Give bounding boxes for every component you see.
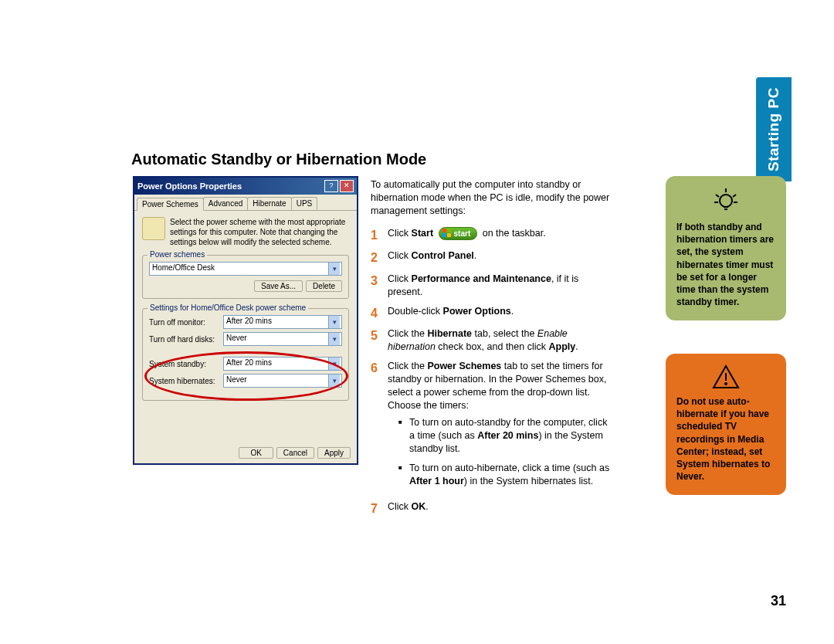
step-7: 7 Click OK. [371, 500, 614, 517]
step-number: 2 [371, 249, 381, 266]
svg-line-6 [716, 195, 719, 197]
lightbulb-icon [712, 187, 740, 215]
tab-power-schemes[interactable]: Power Schemes [137, 198, 204, 211]
svg-rect-3 [447, 233, 451, 237]
svg-point-4 [720, 195, 732, 207]
steps-column: To automatically put the computer into s… [371, 178, 614, 523]
page-heading: Automatic Standby or Hibernation Mode [131, 151, 426, 168]
monitor-combo[interactable]: After 20 mins [223, 315, 342, 329]
standby-label: System standby: [149, 360, 220, 368]
step-2: 2 Click Control Panel. [371, 249, 614, 266]
close-button[interactable]: ✕ [340, 180, 354, 192]
dialog-title: Power Options Properties [137, 181, 242, 191]
step-body: Click Performance and Maintenance, if it… [388, 273, 614, 299]
start-button-icon: start [439, 227, 478, 241]
sub-bullet-list: To turn on auto-standby for the computer… [398, 416, 614, 487]
step-body: Click the Power Schemes tab to set the t… [388, 360, 614, 494]
pane-description-row: Select the power scheme with the most ap… [142, 217, 349, 247]
svg-rect-1 [447, 229, 451, 232]
save-as-button[interactable]: Save As... [254, 280, 303, 292]
hibernate-combo[interactable]: Never [223, 374, 342, 388]
hibernate-row: System hibernates: Never [149, 374, 342, 388]
disks-row: Turn off hard disks: Never [149, 332, 342, 346]
dialog-titlebar: Power Options Properties ? ✕ [134, 178, 357, 195]
dialog-footer-buttons: OK Cancel Apply [239, 447, 351, 459]
settings-group-label: Settings for Home/Office Desk power sche… [147, 303, 308, 312]
step-number: 3 [371, 273, 381, 299]
step-6: 6 Click the Power Schemes tab to set the… [371, 360, 614, 494]
disks-label: Turn off hard disks: [149, 335, 220, 344]
step-5: 5 Click the Hibernate tab, select the En… [371, 327, 614, 354]
svg-point-14 [725, 383, 727, 385]
delete-button[interactable]: Delete [306, 280, 342, 292]
step-body: Click Control Panel. [388, 249, 614, 266]
tip-text: If both standby and hibernation timers a… [676, 221, 775, 308]
power-scheme-icon [142, 217, 165, 240]
disks-combo[interactable]: Never [223, 332, 342, 346]
document-page: Automatic Standby or Hibernation Mode St… [0, 0, 834, 644]
hibernate-label: System hibernates: [149, 377, 220, 385]
power-schemes-group-label: Power schemes [147, 250, 207, 259]
page-number: 31 [771, 593, 786, 609]
svg-rect-2 [442, 233, 446, 237]
step-body: Click OK. [388, 500, 614, 517]
svg-line-7 [733, 195, 736, 197]
step-4: 4 Double-click Power Options. [371, 305, 614, 322]
step-number: 5 [371, 327, 381, 354]
standby-row: System standby: After 20 mins [149, 357, 342, 371]
monitor-label: Turn off monitor: [149, 318, 220, 327]
ok-button[interactable]: OK [239, 447, 273, 459]
tab-ups[interactable]: UPS [291, 197, 318, 210]
step-number: 1 [371, 227, 381, 244]
power-schemes-group: Power schemes Home/Office Desk Save As..… [142, 255, 349, 299]
windows-flag-icon [442, 229, 452, 238]
standby-combo[interactable]: After 20 mins [223, 357, 342, 371]
step-1: 1 Click Start start on the taskbar. [371, 227, 614, 244]
tab-hibernate[interactable]: Hibernate [247, 197, 291, 210]
step-body: Click Start start on the taskbar. [388, 227, 614, 244]
step-number: 4 [371, 305, 381, 322]
steps-intro: To automatically put the computer into s… [371, 178, 614, 218]
sub-bullet: To turn on auto-hibernate, click a time … [398, 462, 614, 488]
sub-bullet: To turn on auto-standby for the computer… [398, 416, 614, 456]
warning-callout: Do not use auto-hibernate if you have sc… [666, 354, 786, 495]
cancel-button[interactable]: Cancel [276, 447, 314, 459]
apply-button[interactable]: Apply [317, 447, 351, 459]
step-3: 3 Click Performance and Maintenance, if … [371, 273, 614, 299]
warning-text: Do not use auto-hibernate if you have sc… [676, 395, 775, 483]
power-options-dialog: Power Options Properties ? ✕ Power Schem… [133, 176, 358, 465]
dialog-pane: Select the power scheme with the most ap… [134, 211, 357, 407]
settings-group: Settings for Home/Office Desk power sche… [142, 308, 349, 401]
step-body: Double-click Power Options. [388, 305, 614, 322]
step-number: 6 [371, 360, 381, 494]
section-tab-label: Starting PC [765, 87, 782, 171]
help-button[interactable]: ? [324, 180, 338, 192]
step-body: Click the Hibernate tab, select the Enab… [388, 327, 614, 354]
pane-description: Select the power scheme with the most ap… [170, 217, 349, 247]
step-number: 7 [371, 500, 381, 517]
scheme-button-row: Save As... Delete [149, 280, 342, 292]
scheme-combo[interactable]: Home/Office Desk [149, 262, 342, 276]
tab-advanced[interactable]: Advanced [203, 197, 248, 210]
section-tab: Starting PC [756, 77, 792, 181]
monitor-row: Turn off monitor: After 20 mins [149, 315, 342, 329]
tip-callout: If both standby and hibernation timers a… [666, 176, 786, 320]
titlebar-buttons: ? ✕ [324, 180, 354, 192]
svg-rect-0 [442, 229, 446, 232]
warning-icon [712, 364, 740, 389]
dialog-tabs: Power Schemes Advanced Hibernate UPS [134, 195, 357, 211]
